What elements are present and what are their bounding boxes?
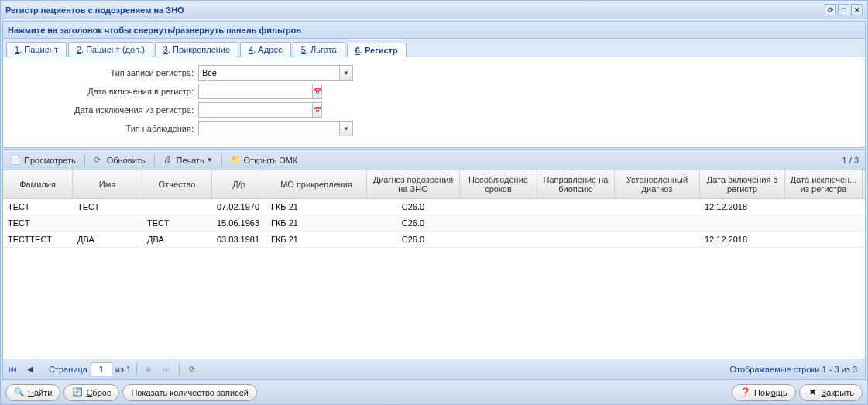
bottom-bar: 🔍 Найти 🔄 Сброс Показать количество запи…: [1, 379, 867, 404]
search-icon: 🔍: [14, 387, 25, 398]
open-emk-button[interactable]: 📁 Открыть ЭМК: [226, 153, 303, 167]
table-cell: 03.03.1981: [212, 232, 266, 247]
filter-panel-header[interactable]: Нажмите на заголовок чтобы свернуть/разв…: [3, 22, 865, 39]
table-cell: [460, 232, 537, 247]
close-icon[interactable]: ✕: [851, 4, 863, 15]
view-label: Просмотреть: [24, 156, 76, 165]
document-icon: 📄: [11, 155, 22, 166]
table-cell: C26.0: [367, 232, 460, 247]
table-cell: ТЕСТ: [73, 199, 142, 215]
column-header[interactable]: Имя: [73, 170, 142, 198]
table-cell: [537, 232, 615, 247]
view-button[interactable]: 📄 Просмотреть: [6, 153, 81, 167]
column-header[interactable]: Дата включения в регистр: [700, 170, 785, 198]
grid-body[interactable]: ТЕСТТЕСТ07.02.1970ГКБ 21C26.012.12.2018Т…: [3, 199, 865, 359]
table-cell: ДВА: [142, 232, 212, 247]
refresh-window-icon[interactable]: ⟳: [825, 4, 836, 15]
table-cell: 15.06.1963: [212, 215, 266, 231]
tab-4[interactable]: 5. Льгота: [293, 42, 345, 57]
filter-panel: Нажмите на заголовок чтобы свернуть/разв…: [2, 21, 866, 148]
pager: ⏮ ◀ Страница из 1 ▶ ⏭ ⟳ Отображаемые стр…: [3, 359, 865, 379]
window-title: Регистр пациентов с подозрением на ЗНО: [5, 5, 825, 15]
find-button[interactable]: 🔍 Найти: [5, 384, 60, 401]
titlebar: Регистр пациентов с подозрением на ЗНО ⟳…: [1, 1, 867, 19]
reset-button[interactable]: 🔄 Сброс: [63, 384, 119, 401]
column-header[interactable]: Дата исключен... из регистра: [785, 170, 863, 198]
print-label: Печать: [177, 156, 204, 165]
separator: [179, 363, 180, 376]
record-counter: 1 / 3: [842, 156, 862, 165]
table-cell: ГКБ 21: [266, 215, 367, 231]
column-header[interactable]: Д/р: [212, 170, 266, 198]
table-cell: 12.12.2018: [700, 199, 785, 215]
column-header[interactable]: Несоблюдение сроков: [460, 170, 537, 198]
date-out-input[interactable]: [198, 102, 313, 118]
column-header[interactable]: Установленный диагноз: [615, 170, 700, 198]
separator: [43, 363, 43, 376]
prev-page-icon[interactable]: ◀: [23, 362, 37, 376]
page-input[interactable]: [91, 362, 112, 376]
date-in-label: Дата включения в регистр:: [12, 87, 198, 96]
table-row[interactable]: ТЕСТТЕСТ15.06.1963ГКБ 21C26.0: [3, 215, 865, 232]
table-cell: [700, 215, 785, 231]
column-header[interactable]: Направление на биопсию: [537, 170, 615, 198]
help-icon: ❓: [740, 387, 751, 398]
open-emk-label: Открыть ЭМК: [244, 156, 298, 165]
column-header[interactable]: Диагноз подозрения на ЗНО: [367, 170, 460, 198]
filter-tabs: 1. Пациент2. Пациент (доп.)3. Прикреплен…: [3, 39, 865, 57]
print-button[interactable]: 🖨 Печать ▼: [159, 153, 218, 167]
chevron-down-icon[interactable]: ▼: [340, 65, 353, 81]
tab-2[interactable]: 3. Прикрепление: [155, 42, 238, 57]
table-cell: ТЕСТ: [3, 215, 73, 231]
tab-3[interactable]: 4. Адрес: [240, 42, 291, 57]
show-count-button[interactable]: Показать количество записей: [122, 384, 257, 401]
date-in-input[interactable]: [198, 84, 313, 99]
refresh-pager-icon[interactable]: ⟳: [185, 362, 199, 376]
data-grid: ФамилияИмяОтчествоД/рМО прикрепленияДиаг…: [3, 170, 865, 359]
grid-header-row: ФамилияИмяОтчествоД/рМО прикрепленияДиаг…: [3, 170, 865, 199]
chevron-down-icon[interactable]: ▼: [340, 121, 353, 136]
pager-display: Отображаемые строки 1 - 3 из 3: [729, 365, 862, 374]
table-row[interactable]: ТЕСТТЕСТ07.02.1970ГКБ 21C26.012.12.2018: [3, 199, 865, 215]
column-header[interactable]: Отчество: [142, 170, 212, 198]
titlebar-tools: ⟳ □ ✕: [825, 4, 863, 15]
calendar-icon[interactable]: 📅: [313, 102, 322, 118]
table-cell: 07.02.1970: [212, 199, 266, 215]
tab-0[interactable]: 1. Пациент: [6, 42, 67, 57]
tab-5[interactable]: 6. Регистр: [347, 43, 407, 57]
calendar-icon[interactable]: 📅: [313, 84, 322, 99]
first-page-icon[interactable]: ⏮: [6, 362, 20, 376]
table-cell: [73, 215, 142, 231]
separator: [154, 154, 155, 166]
table-cell: [785, 215, 863, 231]
next-page-icon[interactable]: ▶: [142, 362, 156, 376]
filter-tab-body: Тип записи регистра: ▼ Дата включения в …: [3, 57, 865, 147]
table-cell: [537, 199, 615, 215]
reset-icon: 🔄: [72, 387, 83, 398]
table-cell: [615, 199, 700, 215]
table-cell: ГКБ 21: [266, 199, 367, 215]
refresh-button[interactable]: ⟳ Обновить: [89, 153, 150, 167]
table-cell: 12.12.2018: [700, 232, 785, 247]
page-label: Страница: [49, 365, 87, 374]
help-button[interactable]: ❓ Помощь: [732, 384, 796, 401]
last-page-icon[interactable]: ⏭: [160, 362, 173, 376]
column-header[interactable]: МО прикрепления: [266, 170, 367, 198]
table-cell: [785, 232, 863, 247]
grid-panel: 📄 Просмотреть ⟳ Обновить 🖨 Печать ▼ 📁 От…: [2, 149, 866, 379]
maximize-icon[interactable]: □: [838, 4, 849, 15]
table-cell: [460, 215, 537, 231]
table-cell: [615, 215, 700, 231]
refresh-icon: ⟳: [94, 155, 105, 166]
obs-type-input[interactable]: [198, 121, 340, 136]
table-cell: ТЕСТ: [3, 199, 73, 215]
table-cell: ГКБ 21: [266, 232, 367, 247]
table-cell: [785, 199, 863, 215]
record-type-input[interactable]: [198, 65, 340, 81]
column-header[interactable]: Фамилия: [3, 170, 73, 198]
table-cell: [460, 199, 537, 215]
close-icon: ✖: [808, 387, 818, 398]
close-button[interactable]: ✖ Закрыть: [799, 384, 863, 401]
table-row[interactable]: ТЕСТТЕСТДВАДВА03.03.1981ГКБ 21C26.012.12…: [3, 232, 865, 248]
tab-1[interactable]: 2. Пациент (доп.): [68, 42, 153, 57]
